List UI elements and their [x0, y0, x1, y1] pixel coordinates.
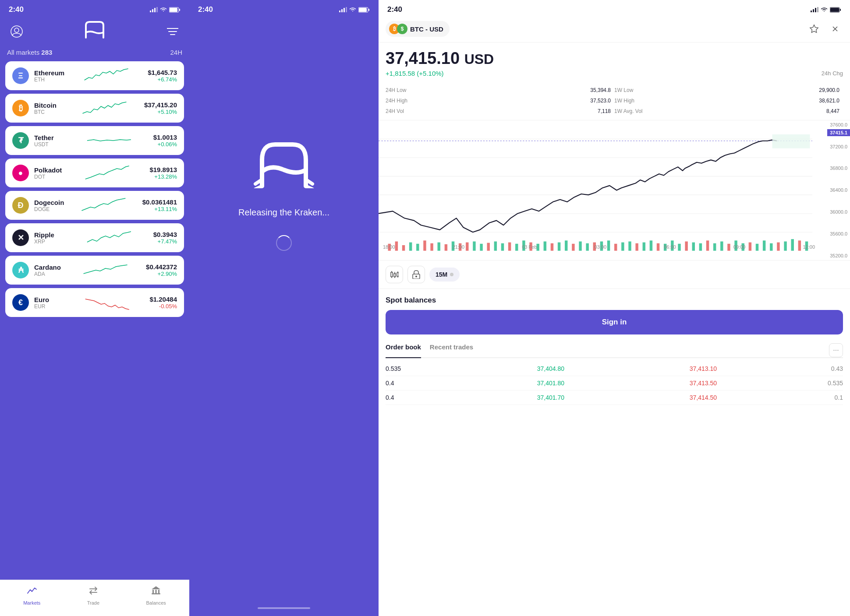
wifi-icon-3: [821, 7, 828, 12]
loading-panel: 2:40: [189, 0, 379, 616]
ada-price-info: $0.442372 +2.90%: [146, 263, 177, 277]
coin-card-ada[interactable]: ₳ Cardano ADA $0.442372 +2.90%: [5, 256, 184, 285]
order-size-1: 0.535: [386, 365, 412, 372]
profile-icon[interactable]: [9, 24, 25, 39]
svg-rect-23: [368, 9, 369, 11]
nav-markets[interactable]: Markets: [23, 585, 40, 605]
order-ask-2: 37,413.50: [664, 380, 717, 387]
eur-price: $1.20484: [149, 296, 177, 303]
xrp-price: $0.3943: [153, 231, 177, 238]
svg-rect-101: [772, 134, 810, 148]
order-qty-3: 0.1: [817, 394, 843, 401]
kraken-logo-svg-1: [81, 21, 108, 39]
order-row-1: 0.535 37,404.80 37,413.10 0.43: [386, 362, 843, 376]
doge-price: $0.0361481: [142, 198, 177, 206]
svg-rect-20: [346, 7, 347, 12]
coin-card-usdt[interactable]: ₮ Tether USDT $1.0013 +0.06%: [5, 126, 184, 155]
orderbook-section: Order book Recent trades ··· 0.535 37,40…: [379, 338, 850, 405]
coin-card-doge[interactable]: Ð Dogecoin DOGE $0.0361481 +13.11%: [5, 191, 184, 220]
btc-icon: ₿: [12, 100, 29, 116]
close-icon: [831, 25, 839, 33]
eur-price-info: $1.20484 -0.05%: [149, 296, 177, 310]
doge-price-info: $0.0361481 +13.11%: [142, 198, 177, 212]
coin-card-xrp[interactable]: ✕ Ripple XRP $0.3943 +7.47%: [5, 223, 184, 252]
trading-panel: 2:40 ₿ $: [379, 0, 850, 616]
order-size-2: 0.4: [386, 380, 412, 387]
eth-info: Ethereum ETH: [34, 69, 65, 83]
doge-info: Dogecoin DOGE: [34, 199, 65, 212]
lock-button[interactable]: [407, 266, 425, 283]
trade-arrows-icon: [88, 585, 99, 596]
btc-change: +5.10%: [144, 109, 177, 115]
svg-rect-0: [150, 11, 151, 12]
usdt-info: Tether USDT: [34, 134, 65, 148]
24h-label: 24h Chg: [822, 70, 843, 77]
coin-card-eur[interactable]: € Euro EUR $1.20484 -0.05%: [5, 288, 184, 317]
svg-rect-26: [815, 8, 816, 12]
filter-icon[interactable]: [165, 24, 181, 39]
y-label-5: 35600.0: [822, 231, 847, 236]
battery-icon-3: [830, 7, 841, 13]
stat-24h-low: 24H Low 35,394.8: [386, 86, 614, 95]
status-icons-3: [811, 7, 841, 13]
order-ask-3: 37,414.50: [664, 394, 717, 401]
dot-price-info: $19.8913 +13.28%: [149, 166, 177, 180]
svg-rect-6: [179, 9, 180, 11]
coin-card-eth[interactable]: Ξ Ethereum ETH $1,645.73 +6.74%: [5, 61, 184, 90]
tab-recent-trades[interactable]: Recent trades: [430, 343, 473, 357]
timeframe-dot: [450, 273, 453, 276]
svg-rect-27: [817, 7, 818, 12]
spot-section: Spot balances Sign in: [379, 289, 850, 338]
period-label: 24H: [170, 49, 182, 56]
order-qty-2: 0.535: [817, 380, 843, 387]
xrp-icon: ✕: [12, 229, 29, 246]
xrp-price-info: $0.3943 +7.47%: [153, 231, 177, 245]
balances-icon: [151, 585, 161, 598]
signin-button[interactable]: Sign in: [386, 310, 843, 334]
svg-rect-1: [152, 9, 153, 12]
status-icons-2: [339, 7, 370, 13]
btc-price: $37,415.20: [144, 101, 177, 109]
btc-sparkline: [70, 100, 139, 116]
coin-card-dot[interactable]: ● Polkadot DOT $19.8913 +13.28%: [5, 158, 184, 187]
nav-balances[interactable]: Balances: [146, 585, 166, 605]
stat-1w-high: 1W High 38,621.0: [614, 96, 843, 105]
bar-chart-button[interactable]: [386, 266, 403, 283]
usdt-icon: ₮: [12, 132, 29, 149]
tab-orderbook[interactable]: Order book: [386, 343, 421, 358]
btc-name: Bitcoin: [34, 102, 65, 109]
svg-rect-17: [339, 11, 340, 12]
eth-symbol: ETH: [34, 77, 65, 83]
order-bid-3: 37,401.70: [512, 394, 564, 401]
svg-marker-16: [152, 586, 160, 589]
coin-card-btc[interactable]: ₿ Bitcoin BTC $37,415.20 +5.10%: [5, 94, 184, 123]
pair-badge[interactable]: ₿ $ BTC - USD: [386, 21, 450, 37]
wifi-icon-1: [160, 7, 167, 12]
markets-icon: [27, 585, 37, 598]
stats-grid: 24H Low 35,394.8 1W Low 29,900.0 24H Hig…: [379, 81, 850, 120]
price-chart[interactable]: 37600.0 37200.0 36800.0 36400.0 36000.0 …: [379, 120, 850, 260]
doge-name: Dogecoin: [34, 199, 65, 206]
top-nav-1: [0, 18, 189, 49]
kraken-logo-1: [81, 21, 108, 42]
x-label-4: 06:00: [664, 244, 676, 250]
usdt-symbol: USDT: [34, 141, 65, 148]
x-label-3: 03:00: [595, 244, 607, 250]
y-label-6: 35200.0: [822, 253, 847, 258]
more-button[interactable]: ···: [829, 343, 843, 357]
x-label-1: 21:00: [453, 244, 465, 250]
btc-price-info: $37,415.20 +5.10%: [144, 101, 177, 115]
eth-name: Ethereum: [34, 69, 65, 77]
order-bid-1: 37,404.80: [512, 365, 564, 372]
pair-icons: ₿ $: [389, 24, 407, 34]
user-circle-icon: [11, 25, 23, 38]
close-button[interactable]: [827, 21, 843, 37]
loading-spinner: [276, 235, 292, 251]
status-bar-3: 2:40: [379, 0, 850, 18]
svg-rect-3: [156, 7, 158, 12]
order-bid-2: 37,401.80: [512, 380, 564, 387]
timeframe-button[interactable]: 15M: [429, 268, 460, 282]
nav-trade[interactable]: Trade: [87, 585, 99, 605]
star-button[interactable]: [806, 21, 822, 37]
stat-24h-vol: 24H Vol 7,118: [386, 107, 614, 116]
